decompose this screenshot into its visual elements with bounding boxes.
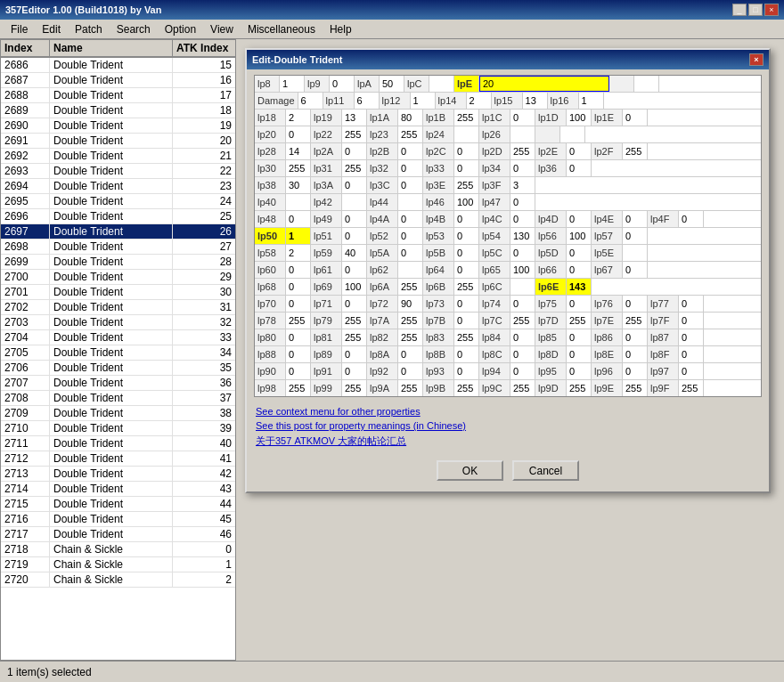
table-row[interactable]: 2707 Double Trident 36	[1, 376, 235, 391]
table-row[interactable]: 2705 Double Trident 34	[1, 345, 235, 361]
prop-value[interactable]: 255	[510, 143, 535, 159]
prop-value[interactable]: 0	[454, 160, 479, 176]
prop-value[interactable]	[510, 126, 535, 142]
prop-value[interactable]: 90	[398, 296, 423, 312]
table-row[interactable]: 2718 Chain & Sickle 0	[1, 542, 235, 557]
dialog-close-button[interactable]: ×	[749, 53, 764, 66]
prop-value[interactable]: 6	[355, 93, 380, 109]
prop-value[interactable]: 255	[286, 160, 311, 176]
prop-value[interactable]: 0	[454, 363, 479, 379]
prop-value[interactable]: 0	[679, 313, 704, 329]
prop-value[interactable]: 0	[342, 296, 367, 312]
prop-value[interactable]: 0	[679, 363, 704, 379]
prop-value[interactable]: 0	[567, 211, 592, 227]
prop-value[interactable]: 0	[510, 110, 535, 126]
prop-value[interactable]: 130	[510, 228, 535, 244]
table-row[interactable]: 2699 Double Trident 28	[1, 255, 235, 270]
prop-value[interactable]: 100	[342, 279, 367, 295]
prop-value[interactable]	[429, 76, 454, 92]
prop-value[interactable]: 0	[342, 262, 367, 278]
table-row[interactable]: 2691 Double Trident 20	[1, 134, 235, 149]
prop-value[interactable]: 2	[467, 93, 492, 109]
prop-value[interactable]	[398, 194, 423, 210]
prop-value[interactable]: 0	[510, 245, 535, 261]
prop-value[interactable]: 0	[510, 211, 535, 227]
prop-value[interactable]	[454, 126, 479, 142]
prop-value[interactable]: 255	[454, 177, 479, 193]
prop-value[interactable]: 6	[298, 93, 323, 109]
prop-value[interactable]: 2	[286, 110, 311, 126]
prop-value[interactable]: 255	[510, 380, 535, 396]
table-row[interactable]: 2717 Double Trident 46	[1, 527, 235, 542]
prop-value[interactable]: 1	[286, 228, 311, 244]
prop-value[interactable]: 0	[342, 177, 367, 193]
prop-value[interactable]: 255	[567, 380, 592, 396]
table-row[interactable]: 2696 Double Trident 25	[1, 209, 235, 224]
table-row[interactable]: 2714 Double Trident 43	[1, 482, 235, 497]
prop-value[interactable]	[342, 194, 367, 210]
prop-value[interactable]: 0	[623, 329, 648, 345]
table-row[interactable]: 2688 Double Trident 17	[1, 88, 235, 103]
prop-value[interactable]: 255	[623, 313, 648, 329]
prop-value[interactable]: 255	[454, 279, 479, 295]
prop-value[interactable]: 0	[623, 262, 648, 278]
prop-value[interactable]: 0	[342, 228, 367, 244]
menu-item-search[interactable]: Search	[110, 21, 158, 37]
prop-value[interactable]: 0	[398, 228, 423, 244]
menu-item-edit[interactable]: Edit	[35, 21, 68, 37]
dialog-link[interactable]: 关于357 ATKMOV 大家的帖论汇总	[256, 434, 760, 448]
prop-value[interactable]: 80	[398, 110, 423, 126]
prop-value[interactable]: 0	[286, 346, 311, 362]
prop-value[interactable]: 0	[454, 262, 479, 278]
prop-value[interactable]: 100	[510, 262, 535, 278]
prop-value[interactable]: 255	[567, 313, 592, 329]
table-row[interactable]: 2715 Double Trident 44	[1, 497, 235, 512]
prop-value[interactable]: 0	[286, 296, 311, 312]
prop-value[interactable]: 0	[286, 363, 311, 379]
prop-value[interactable]: 0	[398, 363, 423, 379]
prop-value[interactable]: 0	[567, 262, 592, 278]
prop-value[interactable]: 255	[454, 329, 479, 345]
prop-value[interactable]: 1	[411, 93, 436, 109]
prop-value[interactable]: 0	[567, 296, 592, 312]
table-row[interactable]: 2716 Double Trident 45	[1, 512, 235, 527]
dialog-link[interactable]: See context menu for other properties	[256, 406, 760, 417]
table-row[interactable]: 2690 Double Trident 19	[1, 118, 235, 134]
prop-value[interactable]: 0	[567, 363, 592, 379]
prop-value[interactable]: 0	[342, 211, 367, 227]
prop-value[interactable]: 0	[510, 296, 535, 312]
table-row[interactable]: 2712 Double Trident 41	[1, 451, 235, 467]
menu-item-help[interactable]: Help	[323, 21, 359, 37]
prop-value[interactable]: 0	[342, 143, 367, 159]
prop-value[interactable]: 0	[679, 211, 704, 227]
table-row[interactable]: 2709 Double Trident 38	[1, 406, 235, 421]
prop-value[interactable]: 0	[623, 346, 648, 362]
prop-value[interactable]: 0	[286, 329, 311, 345]
table-row[interactable]: 2702 Double Trident 31	[1, 300, 235, 315]
prop-value[interactable]: 3	[510, 177, 535, 193]
prop-value[interactable]: 0	[454, 143, 479, 159]
prop-value[interactable]: 13	[523, 93, 548, 109]
prop-value[interactable]: 0	[398, 346, 423, 362]
prop-value[interactable]	[623, 245, 648, 261]
table-row[interactable]: 2708 Double Trident 37	[1, 391, 235, 406]
table-row[interactable]: 2719 Chain & Sickle 1	[1, 557, 235, 572]
prop-value[interactable]: 255	[342, 126, 367, 142]
prop-value[interactable]: 0	[398, 211, 423, 227]
prop-value[interactable]: 0	[567, 160, 592, 176]
prop-value[interactable]: 13	[342, 110, 367, 126]
prop-value[interactable]: 0	[510, 363, 535, 379]
prop-value[interactable]: 0	[342, 346, 367, 362]
prop-value[interactable]: 14	[286, 143, 311, 159]
prop-value[interactable]: 255	[398, 313, 423, 329]
prop-value[interactable]: 0	[398, 143, 423, 159]
prop-value[interactable]: 100	[454, 194, 479, 210]
table-row[interactable]: 2693 Double Trident 22	[1, 164, 235, 179]
close-button[interactable]: ×	[764, 4, 779, 16]
prop-value[interactable]: 0	[679, 296, 704, 312]
prop-value[interactable]: 0	[567, 143, 592, 159]
prop-value[interactable]: 0	[286, 211, 311, 227]
table-row[interactable]: 2697 Double Trident 26	[1, 224, 235, 240]
prop-value[interactable]: 0	[454, 245, 479, 261]
table-row[interactable]: 2692 Double Trident 21	[1, 149, 235, 164]
